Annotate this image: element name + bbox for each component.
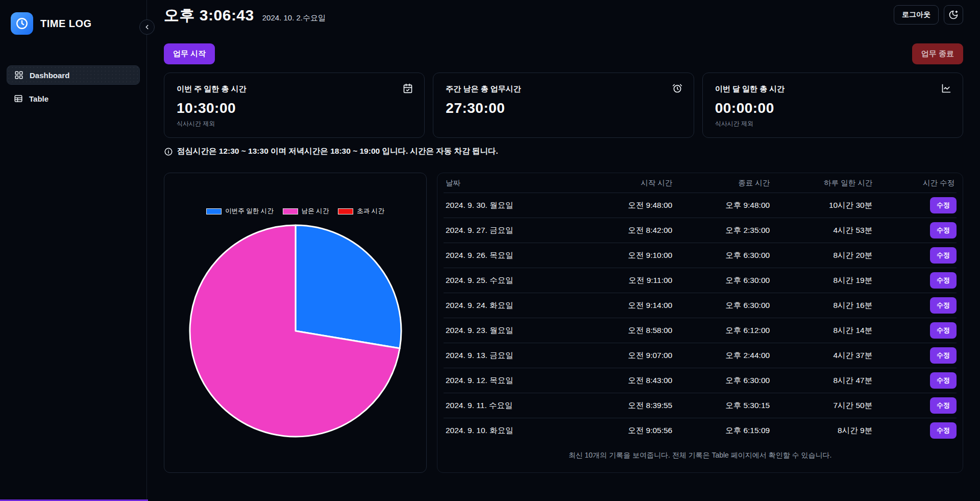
record-date: 2024. 9. 12. 목요일 xyxy=(444,375,567,386)
edit-time-button[interactable]: 수정 xyxy=(930,197,957,213)
record-edit-cell: 수정 xyxy=(874,272,957,289)
record-date: 2024. 9. 10. 화요일 xyxy=(444,425,567,436)
card-subtitle: 식사시간 제외 xyxy=(715,120,950,128)
record-edit-cell: 수정 xyxy=(874,372,957,389)
legend-color-swatch xyxy=(283,208,298,214)
stat-card-week-worked: 이번 주 일한 총 시간 10:30:00 식사시간 제외 xyxy=(164,73,425,138)
record-start-time: 오전 9:10:00 xyxy=(567,250,674,261)
calendar-check-icon xyxy=(403,83,413,93)
record-daily-total: 4시간 53분 xyxy=(772,225,874,236)
sidebar-item-label: Dashboard xyxy=(30,71,69,80)
chevron-left-icon xyxy=(143,23,151,31)
edit-time-button[interactable]: 수정 xyxy=(930,247,957,264)
records-table-footer: 최신 10개의 기록을 보여줍니다. 전체 기록은 Table 페이지에서 확인… xyxy=(444,451,957,460)
record-daily-total: 4시간 37분 xyxy=(772,350,874,361)
pie-slice[interactable] xyxy=(296,225,401,348)
record-daily-total: 8시간 19분 xyxy=(772,275,874,286)
legend-label: 초과 시간 xyxy=(357,207,384,216)
dashboard-body: 이번주 일한 시간남은 시간초과 시간 날짜 시작 시간 종료 시간 하루 일한… xyxy=(164,173,963,473)
sidebar-nav: Dashboard Table xyxy=(7,65,140,108)
logout-button[interactable]: 로그아웃 xyxy=(894,5,939,25)
record-end-time: 오후 2:35:00 xyxy=(674,225,772,236)
record-start-time: 오전 9:07:00 xyxy=(567,350,674,361)
record-edit-cell: 수정 xyxy=(874,397,957,414)
stat-cards: 이번 주 일한 총 시간 10:30:00 식사시간 제외 주간 남은 총 업무… xyxy=(164,73,963,138)
edit-time-button[interactable]: 수정 xyxy=(930,347,957,364)
work-start-button[interactable]: 업무 시작 xyxy=(164,43,215,64)
edit-time-button[interactable]: 수정 xyxy=(930,372,957,389)
column-header-date: 날짜 xyxy=(444,178,567,188)
record-start-time: 오전 8:58:00 xyxy=(567,325,674,336)
sidebar-collapse-button[interactable] xyxy=(139,19,155,35)
record-end-time: 오후 6:30:00 xyxy=(674,375,772,386)
record-daily-total: 8시간 16분 xyxy=(772,300,874,311)
record-start-time: 오전 9:11:00 xyxy=(567,275,674,286)
work-end-button[interactable]: 업무 종료 xyxy=(912,43,963,64)
table-row: 2024. 9. 23. 월요일오전 8:58:00오후 6:12:008시간 … xyxy=(444,318,957,343)
moon-star-icon xyxy=(948,10,959,20)
current-time: 오후 3:06:43 xyxy=(164,5,254,26)
table-row: 2024. 9. 30. 월요일오전 9:48:00오후 9:48:0010시간… xyxy=(444,193,957,218)
record-end-time: 오후 9:48:00 xyxy=(674,200,772,211)
column-header-daily: 하루 일한 시간 xyxy=(772,178,874,188)
edit-time-button[interactable]: 수정 xyxy=(930,222,957,238)
record-end-time: 오후 6:30:00 xyxy=(674,300,772,311)
column-header-start: 시작 시간 xyxy=(567,178,674,188)
column-header-end: 종료 시간 xyxy=(674,178,772,188)
table-icon xyxy=(14,94,23,103)
card-value: 00:00:00 xyxy=(715,100,950,116)
record-date: 2024. 9. 30. 월요일 xyxy=(444,200,567,211)
sidebar-item-dashboard[interactable]: Dashboard xyxy=(7,65,140,85)
record-start-time: 오전 9:48:00 xyxy=(567,200,674,211)
stat-card-month-worked: 이번 달 일한 총 시간 00:00:00 식사시간 제외 xyxy=(702,73,963,138)
legend-color-swatch xyxy=(338,208,353,214)
theme-toggle-button[interactable] xyxy=(944,5,963,25)
sidebar-item-label: Table xyxy=(29,94,48,103)
sidebar-item-table[interactable]: Table xyxy=(7,89,140,108)
table-row: 2024. 9. 12. 목요일오전 8:43:00오후 6:30:008시간 … xyxy=(444,368,957,393)
record-start-time: 오전 8:42:00 xyxy=(567,225,674,236)
edit-time-button[interactable]: 수정 xyxy=(930,322,957,339)
edit-time-button[interactable]: 수정 xyxy=(930,272,957,289)
clock-logo-icon xyxy=(11,12,33,35)
record-date: 2024. 9. 25. 수요일 xyxy=(444,275,567,286)
record-date: 2024. 9. 26. 목요일 xyxy=(444,250,567,261)
table-row: 2024. 9. 26. 목요일오전 9:10:00오후 6:30:008시간 … xyxy=(444,243,957,268)
records-table-card: 날짜 시작 시간 종료 시간 하루 일한 시간 시간 수정 2024. 9. 3… xyxy=(437,173,963,473)
meal-time-notice: 점심시간은 12:30 ~ 13:30 이며 저녁시간은 18:30 ~ 19:… xyxy=(164,146,963,157)
legend-item[interactable]: 초과 시간 xyxy=(338,207,384,216)
card-value: 10:30:00 xyxy=(177,100,412,116)
record-end-time: 오후 6:12:00 xyxy=(674,325,772,336)
legend-item[interactable]: 이번주 일한 시간 xyxy=(206,207,273,216)
record-daily-total: 7시간 50분 xyxy=(772,400,874,411)
record-start-time: 오전 8:43:00 xyxy=(567,375,674,386)
record-edit-cell: 수정 xyxy=(874,222,957,238)
app-root: TIME LOG Dashboard xyxy=(0,0,980,501)
legend-item[interactable]: 남은 시간 xyxy=(283,207,329,216)
table-row: 2024. 9. 10. 화요일오전 9:05:56오후 6:15:098시간 … xyxy=(444,418,957,443)
notice-text: 점심시간은 12:30 ~ 13:30 이며 저녁시간은 18:30 ~ 19:… xyxy=(177,146,498,157)
legend-label: 이번주 일한 시간 xyxy=(225,207,273,216)
edit-time-button[interactable]: 수정 xyxy=(930,297,957,314)
edit-time-button[interactable]: 수정 xyxy=(930,397,957,414)
alarm-clock-icon xyxy=(672,83,682,93)
card-title: 주간 남은 총 업무시간 xyxy=(446,84,681,94)
record-end-time: 오후 6:30:00 xyxy=(674,250,772,261)
card-subtitle: 식사시간 제외 xyxy=(177,120,412,128)
chart-legend: 이번주 일한 시간남은 시간초과 시간 xyxy=(206,207,384,216)
card-value: 27:30:00 xyxy=(446,100,681,116)
record-date: 2024. 9. 11. 수요일 xyxy=(444,400,567,411)
table-row: 2024. 9. 24. 화요일오전 9:14:00오후 6:30:008시간 … xyxy=(444,293,957,318)
record-date: 2024. 9. 24. 화요일 xyxy=(444,300,567,311)
edit-time-button[interactable]: 수정 xyxy=(930,422,957,439)
work-actions: 업무 시작 업무 종료 xyxy=(164,43,963,64)
info-icon xyxy=(164,147,173,156)
record-edit-cell: 수정 xyxy=(874,297,957,314)
clock-block: 오후 3:06:43 2024. 10. 2.수요일 xyxy=(164,5,326,26)
header: 오후 3:06:43 2024. 10. 2.수요일 로그아웃 xyxy=(164,5,963,26)
layout-grid-icon xyxy=(14,70,23,80)
record-date: 2024. 9. 13. 금요일 xyxy=(444,350,567,361)
card-title: 이번 주 일한 총 시간 xyxy=(177,84,412,94)
sidebar: TIME LOG Dashboard xyxy=(0,0,147,501)
table-row: 2024. 9. 27. 금요일오전 8:42:00오후 2:35:004시간 … xyxy=(444,218,957,243)
